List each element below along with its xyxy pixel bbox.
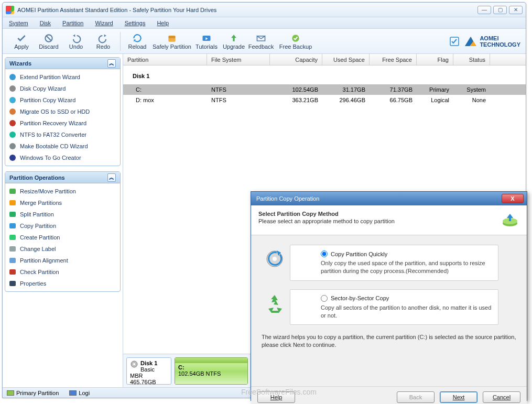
col-partition[interactable]: Partition bbox=[123, 54, 207, 65]
dialog-titlebar: Partition Copy Operation X bbox=[251, 192, 527, 205]
svg-rect-21 bbox=[9, 269, 16, 275]
menu-settings[interactable]: Settings bbox=[125, 20, 146, 26]
dialog-footnote: The wizard helps you to copy a partition… bbox=[262, 333, 516, 349]
menu-partition[interactable]: Partition bbox=[62, 20, 83, 26]
collapse-icon[interactable]: ︽ bbox=[107, 173, 116, 182]
menubar: System Disk Partition Wizard Settings He… bbox=[3, 17, 526, 29]
svg-rect-17 bbox=[9, 223, 16, 228]
svg-rect-15 bbox=[9, 200, 16, 205]
toolbar: Apply Discard Undo Redo Reload Safely Pa… bbox=[3, 29, 526, 54]
col-capacity[interactable]: Capacity bbox=[270, 54, 322, 65]
operation-item[interactable]: Partition Alignment bbox=[8, 255, 117, 266]
apply-button[interactable]: Apply bbox=[8, 30, 35, 53]
next-button[interactable]: Next bbox=[440, 391, 477, 403]
opt1-description: Only copy the used space of the partitio… bbox=[321, 259, 492, 275]
operations-panel: Partition Operations︽ Resize/Move Partit… bbox=[5, 171, 121, 292]
col-flag[interactable]: Flag bbox=[417, 54, 453, 65]
menu-disk[interactable]: Disk bbox=[40, 20, 51, 26]
operation-item[interactable]: Merge Partitions bbox=[8, 197, 117, 209]
svg-rect-14 bbox=[9, 189, 16, 194]
svg-point-10 bbox=[9, 120, 16, 126]
partition-icon bbox=[501, 211, 519, 230]
partition-bar-c[interactable]: C:102.54GB NTFS bbox=[175, 357, 248, 385]
check-icon[interactable] bbox=[449, 36, 460, 47]
redo-button[interactable]: Redo bbox=[90, 30, 117, 53]
col-status[interactable]: Status bbox=[453, 54, 490, 65]
svg-point-9 bbox=[9, 108, 16, 115]
recycle-icon bbox=[264, 293, 285, 314]
svg-rect-16 bbox=[9, 212, 16, 217]
radio-copy-quickly[interactable] bbox=[321, 250, 328, 257]
undo-button[interactable]: Undo bbox=[62, 30, 90, 53]
tutorials-button[interactable]: Tutorials bbox=[193, 30, 220, 53]
operation-item[interactable]: Split Partition bbox=[8, 209, 117, 220]
dialog-subheading: Please select an appropriate method to c… bbox=[258, 218, 501, 224]
wizard-item[interactable]: Partition Recovery Wizard bbox=[8, 117, 117, 129]
legend-primary: Primary Partition bbox=[7, 390, 59, 396]
brand-logo: AOMEITECHNOLOGY bbox=[464, 35, 520, 48]
back-button: Back bbox=[397, 391, 435, 403]
disk-info[interactable]: Disk 1 Basic MBR 465.76GB bbox=[126, 357, 171, 385]
grid-header: Partition File System Capacity Used Spac… bbox=[123, 54, 526, 65]
maximize-button[interactable]: ▢ bbox=[493, 6, 507, 14]
wizard-item[interactable]: NTFS to FAT32 Converter bbox=[8, 129, 117, 140]
option-sector-copy[interactable]: Sector-by-Sector Copy Copy all sectors o… bbox=[290, 289, 498, 325]
svg-point-28 bbox=[273, 257, 277, 261]
discard-button[interactable]: Discard bbox=[35, 30, 62, 53]
cd-refresh-icon bbox=[264, 248, 285, 269]
safely-partition-button[interactable]: Safely Partition bbox=[151, 30, 193, 53]
disk-icon bbox=[130, 360, 138, 368]
app-icon bbox=[6, 6, 14, 14]
operation-item[interactable]: Resize/Move Partition bbox=[8, 185, 117, 197]
col-free[interactable]: Free Space bbox=[370, 54, 417, 65]
free-backup-button[interactable]: Free Backup bbox=[275, 30, 317, 53]
svg-rect-19 bbox=[9, 246, 16, 252]
operation-item[interactable]: Change Label bbox=[8, 243, 117, 255]
svg-point-6 bbox=[9, 74, 16, 80]
wizard-item[interactable]: Partition Copy Wizard bbox=[8, 94, 117, 106]
feedback-button[interactable]: Feedback bbox=[247, 30, 275, 53]
svg-rect-22 bbox=[9, 281, 16, 286]
col-filesystem[interactable]: File System bbox=[207, 54, 270, 65]
radio-sector-copy[interactable] bbox=[321, 295, 328, 302]
dialog-close-button[interactable]: X bbox=[502, 194, 524, 203]
operation-item[interactable]: Properties bbox=[8, 278, 117, 289]
wizard-item[interactable]: Disk Copy Wizard bbox=[8, 83, 117, 94]
svg-rect-2 bbox=[168, 36, 175, 38]
legend-logical: Logi bbox=[69, 390, 90, 396]
table-row[interactable]: C:NTFS102.54GB31.17GB71.37GBPrimarySyste… bbox=[123, 84, 526, 95]
upgrade-button[interactable]: Upgrade bbox=[220, 30, 247, 53]
operation-item[interactable]: Create Partition bbox=[8, 232, 117, 243]
svg-point-7 bbox=[9, 85, 16, 92]
menu-help[interactable]: Help bbox=[157, 20, 169, 26]
disk-label[interactable]: Disk 1 bbox=[123, 71, 526, 84]
svg-rect-18 bbox=[9, 235, 16, 240]
titlebar: AOMEI Partition Assistant Standard Editi… bbox=[3, 3, 526, 17]
table-row[interactable]: D: moxNTFS363.21GB296.46GB66.75GBLogical… bbox=[123, 95, 526, 105]
svg-point-11 bbox=[9, 132, 16, 138]
partition-copy-dialog: Partition Copy Operation X Select Partit… bbox=[251, 191, 527, 401]
svg-point-13 bbox=[9, 155, 16, 161]
close-button[interactable]: ✕ bbox=[509, 6, 523, 14]
watermark: FreeSoftwareFiles.com bbox=[241, 388, 317, 396]
dialog-title: Partition Copy Operation bbox=[256, 195, 319, 202]
option-copy-quickly[interactable]: Copy Partition Quickly Only copy the use… bbox=[290, 245, 498, 281]
wizards-panel: Wizards︽ Extend Partition WizardDisk Cop… bbox=[5, 57, 121, 166]
operation-item[interactable]: Copy Partition bbox=[8, 220, 117, 232]
wizard-item[interactable]: Extend Partition Wizard bbox=[8, 71, 117, 83]
operation-item[interactable]: Check Partition bbox=[8, 266, 117, 278]
wizards-title: Wizards bbox=[9, 60, 31, 67]
menu-system[interactable]: System bbox=[9, 20, 28, 26]
wizard-item[interactable]: Make Bootable CD Wizard bbox=[8, 140, 117, 152]
svg-point-12 bbox=[9, 143, 16, 149]
wizard-item[interactable]: Migrate OS to SSD or HDD bbox=[8, 106, 117, 117]
ops-title: Partition Operations bbox=[9, 174, 65, 181]
collapse-icon[interactable]: ︽ bbox=[107, 59, 116, 68]
window-title: AOMEI Partition Assistant Standard Editi… bbox=[17, 7, 216, 13]
col-used[interactable]: Used Space bbox=[322, 54, 370, 65]
menu-wizard[interactable]: Wizard bbox=[95, 20, 113, 26]
minimize-button[interactable]: — bbox=[477, 6, 491, 14]
reload-button[interactable]: Reload bbox=[124, 30, 151, 53]
cancel-button[interactable]: Cancel bbox=[483, 391, 520, 403]
wizard-item[interactable]: Windows To Go Creator bbox=[8, 152, 117, 163]
